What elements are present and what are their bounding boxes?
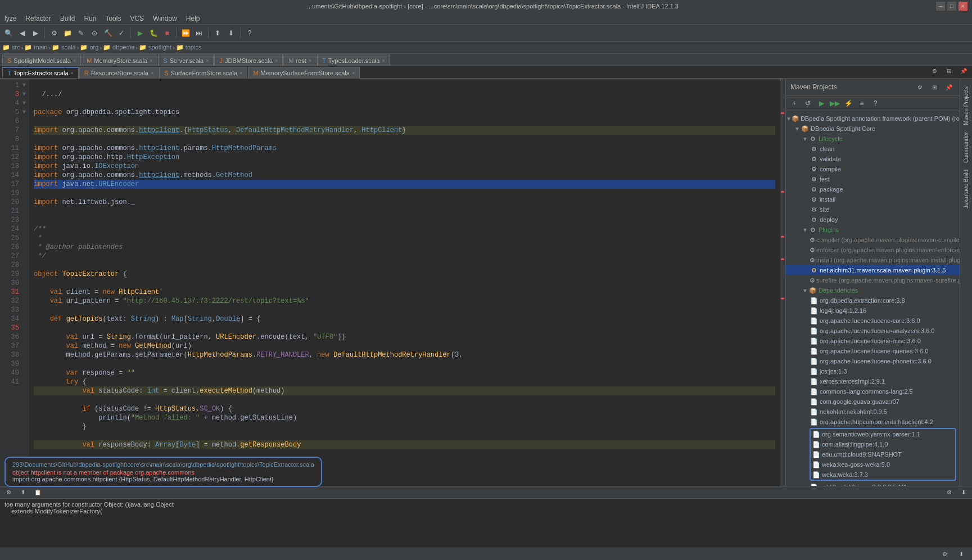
bottom-btn-1[interactable]: ⚙: [2, 486, 15, 499]
editor-pin-btn[interactable]: 📌: [957, 66, 970, 77]
tree-test[interactable]: ⚙ test: [786, 174, 960, 184]
tree-dependencies[interactable]: ▼ 📦 Dependencies: [786, 285, 960, 295]
tab-topicextractor[interactable]: T TopicExtractor.scala ×: [2, 67, 79, 78]
tree-plugins[interactable]: ▼ ⚙ Plugins: [786, 225, 960, 235]
tab-resourcestore[interactable]: R ResourceStore.scala ×: [79, 67, 159, 78]
tree-validate[interactable]: ⚙ validate: [786, 154, 960, 164]
tree-dep-10[interactable]: 📄 commons-lang:commons-lang:2.5: [786, 386, 960, 397]
crumb-dbpedia[interactable]: 📁 dbpedia: [103, 44, 134, 51]
toolbar-btn-step[interactable]: ⏩: [179, 27, 192, 39]
crumb-org[interactable]: 📁 org: [80, 44, 98, 51]
tree-core[interactable]: ▼ 📦 DBpedia Spotlight Core: [786, 124, 960, 134]
crumb-src[interactable]: 📁 src: [2, 44, 20, 51]
side-tab-commander[interactable]: Commander: [962, 129, 970, 166]
toolbar-btn-4[interactable]: 📁: [61, 27, 74, 39]
bottom-btn-right-2[interactable]: ⬇: [957, 486, 970, 499]
crumb-main[interactable]: 📁 main: [24, 44, 47, 51]
bottom-btn-2[interactable]: ⬆: [17, 486, 29, 499]
maven-help-btn[interactable]: ?: [869, 97, 881, 110]
bottom-btn-3[interactable]: 📋: [31, 486, 44, 499]
toolbar-btn-debug[interactable]: 🐛: [147, 27, 160, 39]
tree-dep-14[interactable]: 📄 org.semanticweb.yars:nx-parser:1.1: [811, 429, 955, 439]
tree-plugin-install[interactable]: ⚙ install (org.apache.maven.plugins:mave…: [786, 255, 960, 265]
maximize-button[interactable]: □: [947, 2, 956, 11]
maven-expand-btn[interactable]: ⊞: [928, 81, 941, 93]
tree-plugin-scala[interactable]: ⚙ net.alchim31.maven:scala-maven-plugin:…: [786, 265, 960, 275]
tree-site[interactable]: ⚙ site: [786, 204, 960, 215]
tab-spotlightmodel[interactable]: S SpotlightModel.scala ×: [2, 54, 81, 66]
menu-help[interactable]: Help: [182, 13, 205, 24]
tree-install[interactable]: ⚙ install: [786, 194, 960, 204]
tree-dep-17[interactable]: 📄 weka:kea-goss-weka:5.0: [811, 459, 955, 470]
tree-dep-18[interactable]: 📄 weka:weka:3.7.3: [811, 470, 955, 480]
tree-lifecycle[interactable]: ▼ ⚙ Lifecycle: [786, 134, 960, 144]
tab-server[interactable]: S Server.scala ×: [158, 54, 214, 66]
menu-vcs[interactable]: VCS: [125, 13, 148, 24]
maven-refresh-btn[interactable]: ↺: [802, 97, 814, 110]
tree-dep-16[interactable]: 📄 edu.umd:cloud9:SNAPSHOT: [811, 449, 955, 459]
toolbar-btn-vcs[interactable]: ⬆: [211, 27, 224, 39]
menu-run[interactable]: Run: [79, 13, 101, 24]
toolbar-btn-1[interactable]: 🔍: [2, 27, 15, 39]
side-tab-build[interactable]: Jakartaee Build: [962, 166, 970, 212]
toolbar-btn-6[interactable]: ⊙: [88, 27, 101, 39]
tree-compile[interactable]: ⚙ compile: [786, 164, 960, 174]
toolbar-btn-run[interactable]: ▶: [134, 27, 146, 39]
tab-memorysurface[interactable]: M MemorySurfaceFormStore.scala ×: [248, 67, 360, 78]
status-btn-1[interactable]: ⚙: [938, 548, 951, 561]
toolbar-btn-8[interactable]: ✓: [115, 27, 128, 39]
window-controls[interactable]: ─ □ ✕: [936, 2, 968, 11]
tree-dep-7[interactable]: 📄 org.apache.lucene:lucene-phonetic:3.6.…: [786, 356, 960, 366]
toolbar-btn-step2[interactable]: ⏭: [193, 27, 205, 39]
bottom-toolbar-right[interactable]: ⚙ ⬇: [943, 486, 970, 499]
toolbar-btn-7[interactable]: 🔨: [102, 27, 114, 39]
tree-root[interactable]: ▼ 📦 DBpedia Spotlight annotation framewo…: [786, 113, 960, 124]
tree-dep-12[interactable]: 📄 nekohtml:nekohtml:0.9.5: [786, 407, 960, 417]
maven-pin-btn[interactable]: 📌: [943, 81, 955, 93]
editor-scrollbar[interactable]: [780, 79, 785, 486]
toolbar-btn-stop[interactable]: ■: [161, 27, 173, 39]
tree-dep-4[interactable]: 📄 org.apache.lucene:lucene-analyzers:3.6…: [786, 326, 960, 336]
tree-dep-13[interactable]: 📄 org.apache.httpcomponents:httpclient:4…: [786, 417, 960, 427]
minimize-button[interactable]: ─: [936, 2, 945, 11]
bottom-btn-right-1[interactable]: ⚙: [943, 486, 955, 499]
tree-clean[interactable]: ⚙ clean: [786, 144, 960, 154]
maven-run2-btn[interactable]: ▶▶: [829, 97, 841, 110]
crumb-scala[interactable]: 📁 scala: [52, 44, 76, 51]
tree-dep-15[interactable]: 📄 com.aliasi:lingpipe:4.1.0: [811, 439, 955, 449]
tree-dep-3[interactable]: 📄 org.apache.lucene:lucene-core:3.6.0: [786, 316, 960, 326]
tab-rest[interactable]: M rest ×: [283, 54, 317, 66]
bottom-toolbar-left[interactable]: ⚙ ⬆ 📋: [2, 486, 44, 499]
toolbar-btn-help[interactable]: ?: [243, 27, 256, 39]
menu-tools[interactable]: Tools: [101, 13, 125, 24]
tree-plugin-surefire[interactable]: ⚙ surefire (org.apache.maven.plugins:mav…: [786, 275, 960, 285]
tree-dep-19[interactable]: 📄 net.liftweb:lift-json_2.9.2:2.5-M1: [786, 482, 960, 486]
side-tab-maven[interactable]: Maven Projects: [962, 83, 970, 129]
maven-add-btn[interactable]: +: [788, 97, 801, 110]
tree-dep-1[interactable]: 📄 org.dbpedia.extraction:core:3.8: [786, 295, 960, 306]
menu-build[interactable]: Build: [56, 13, 80, 24]
tree-package[interactable]: ⚙ package: [786, 184, 960, 194]
close-button[interactable]: ✕: [959, 2, 968, 11]
code-editor[interactable]: /.../ package org.dbpedia.spotlight.topi…: [29, 79, 780, 486]
toolbar-btn-back[interactable]: ◀: [16, 27, 28, 39]
maven-run-btn[interactable]: ▶: [815, 97, 828, 110]
tab-typesloader[interactable]: T TypesLoader.scala ×: [317, 54, 390, 66]
maven-lightning-btn[interactable]: ⚡: [842, 97, 855, 110]
crumb-topics[interactable]: 📁 topics: [176, 44, 202, 51]
tree-dep-8[interactable]: 📄 jcs:jcs:1.3: [786, 366, 960, 376]
menu-refactor[interactable]: Refactor: [21, 13, 55, 24]
tree-deploy[interactable]: ⚙ deploy: [786, 215, 960, 225]
tab-surfaceformstore[interactable]: S SurfaceFormStore.scala ×: [159, 67, 247, 78]
tree-dep-5[interactable]: 📄 org.apache.lucene:lucene-misc:3.6.0: [786, 336, 960, 346]
menu-lyze[interactable]: lyze: [0, 13, 21, 24]
tree-plugin-compiler[interactable]: ⚙ compiler (org.apache.maven.plugins:mav…: [786, 235, 960, 245]
editor-settings-btn[interactable]: ⚙: [928, 66, 941, 77]
tree-dep-11[interactable]: 📄 com.google.guava:guava:r07: [786, 397, 960, 407]
crumb-spotlight[interactable]: 📁 spotlight: [139, 44, 171, 51]
tree-dep-9[interactable]: 📄 xerces:xercesImpl:2.9.1: [786, 376, 960, 386]
toolbar-btn-fwd[interactable]: ▶: [29, 27, 42, 39]
toolbar-btn-3[interactable]: ⚙: [48, 27, 60, 39]
maven-header-controls[interactable]: ⚙ ⊞ 📌: [914, 81, 955, 93]
tab-memorystore[interactable]: M MemoryStore.scala ×: [82, 54, 157, 66]
